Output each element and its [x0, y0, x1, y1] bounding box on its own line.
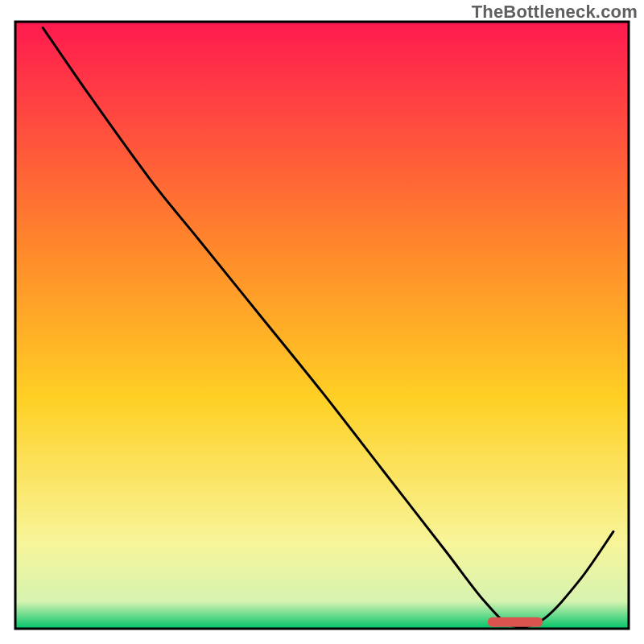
gradient-background [15, 22, 629, 629]
optimal-marker [488, 617, 543, 627]
attribution-label: TheBottleneck.com [472, 2, 638, 23]
chart-svg [0, 0, 644, 644]
plot-area [15, 22, 629, 629]
